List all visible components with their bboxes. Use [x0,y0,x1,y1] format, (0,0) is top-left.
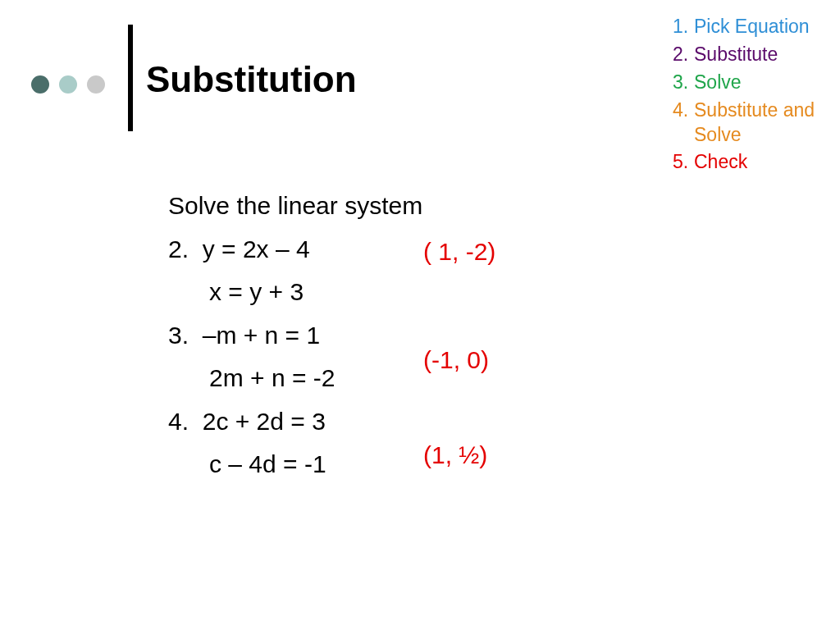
dot-icon [31,75,49,94]
answer-text: (1, ½) [423,441,487,469]
answer-text: (-1, 0) [423,346,489,374]
step-item: 4. Substitute and Solve [673,98,837,148]
problem-line: 2. y = 2x – 4 [168,228,422,272]
step-item: 5. Check [673,150,837,175]
dot-icon [87,75,105,94]
steps-list: 1. Pick Equation 2. Substitute 3. Solve … [673,15,837,178]
problem-line: 2m + n = -2 [168,357,422,400]
step-item: 3. Solve [673,71,837,95]
problem-line: 3. –m + n = 1 [168,314,422,358]
slide-title: Substitution [146,59,357,100]
slide-body: Solve the linear system 2. y = 2x – 4 x … [168,185,422,486]
vertical-divider [128,25,133,131]
step-item: 1. Pick Equation [673,15,837,39]
problem-line: 4. 2c + 2d = 3 [168,400,422,444]
answer-text: ( 1, -2) [423,238,495,266]
decorative-dots [31,75,105,94]
dot-icon [59,75,77,94]
problem-line: c – 4d = -1 [168,443,422,486]
problem-line: x = y + 3 [168,271,422,314]
prompt-text: Solve the linear system [168,185,422,228]
step-item: 2. Substitute [673,43,837,67]
